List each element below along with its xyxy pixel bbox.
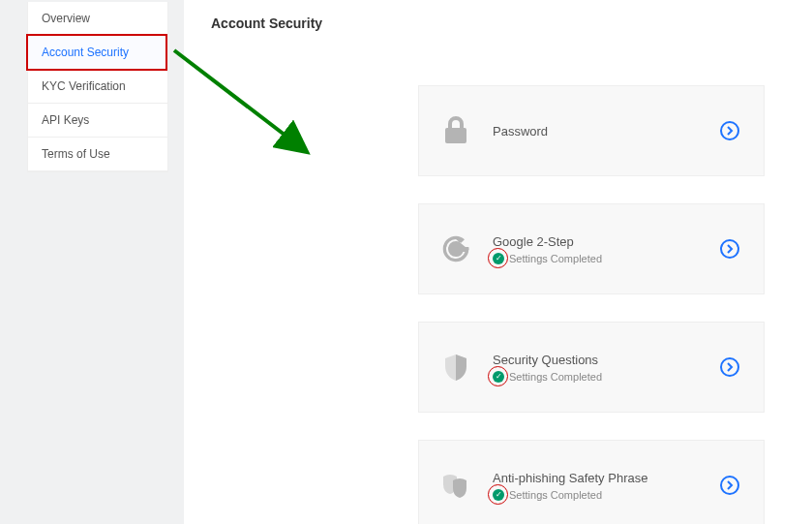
sidebar-item-label: KYC Verification: [42, 79, 126, 93]
card-status: ✓ Settings Completed: [493, 371, 713, 383]
security-card-password: Password: [418, 85, 765, 176]
card-title: Anti-phishing Safety Phrase: [493, 471, 713, 485]
content-body: Password Google 2-Step ✓ Settings Comple…: [184, 45, 812, 524]
card-text: Security Questions ✓ Settings Completed: [475, 353, 713, 383]
open-password-button[interactable]: [713, 120, 746, 141]
card-title: Security Questions: [493, 353, 713, 367]
sidebar-item-account-security[interactable]: Account Security: [28, 36, 167, 70]
security-card-questions: Security Questions ✓ Settings Completed: [418, 322, 765, 413]
open-google-button[interactable]: [713, 238, 746, 260]
check-icon: ✓: [493, 489, 504, 501]
page-header: Account Security: [184, 0, 812, 46]
card-text: Google 2-Step ✓ Settings Completed: [475, 234, 713, 264]
page-title: Account Security: [211, 15, 789, 31]
shield-icon: [436, 353, 475, 382]
app-root: Overview Account Security KYC Verificati…: [0, 0, 812, 524]
card-text: Anti-phishing Safety Phrase ✓ Settings C…: [475, 471, 713, 501]
sidebar-item-label: Terms of Use: [42, 147, 110, 161]
svg-point-1: [721, 122, 738, 139]
svg-rect-0: [445, 128, 466, 143]
svg-point-4: [721, 477, 738, 494]
sidebar-item-kyc[interactable]: KYC Verification: [28, 70, 167, 104]
open-questions-button[interactable]: [713, 356, 746, 378]
card-title: Google 2-Step: [493, 234, 713, 249]
open-antiphishing-button[interactable]: [713, 475, 746, 496]
sidebar-item-label: Overview: [42, 12, 90, 25]
svg-point-3: [721, 358, 738, 376]
card-title: Password: [493, 124, 713, 139]
svg-point-2: [721, 240, 738, 258]
sidebar-item-api-keys[interactable]: API Keys: [28, 104, 167, 138]
card-status-text: Settings Completed: [509, 371, 602, 383]
sidebar-item-terms[interactable]: Terms of Use: [28, 138, 167, 171]
check-icon: ✓: [493, 371, 504, 383]
lock-icon: [436, 116, 475, 145]
security-card-antiphishing: Anti-phishing Safety Phrase ✓ Settings C…: [418, 440, 765, 524]
card-status-text: Settings Completed: [509, 489, 602, 501]
sidebar-item-overview[interactable]: Overview: [28, 2, 167, 36]
card-text: Password: [475, 124, 713, 139]
sidebar-item-label: API Keys: [42, 113, 89, 127]
sidebar-item-label: Account Security: [42, 46, 129, 59]
sidebar: Overview Account Security KYC Verificati…: [27, 2, 168, 172]
card-status: ✓ Settings Completed: [493, 253, 713, 264]
masks-icon: [436, 473, 475, 498]
card-status-text: Settings Completed: [509, 253, 602, 264]
google-icon: [436, 235, 475, 262]
card-status: ✓ Settings Completed: [493, 489, 713, 501]
check-icon: ✓: [493, 253, 504, 264]
security-card-google: Google 2-Step ✓ Settings Completed: [418, 203, 765, 294]
